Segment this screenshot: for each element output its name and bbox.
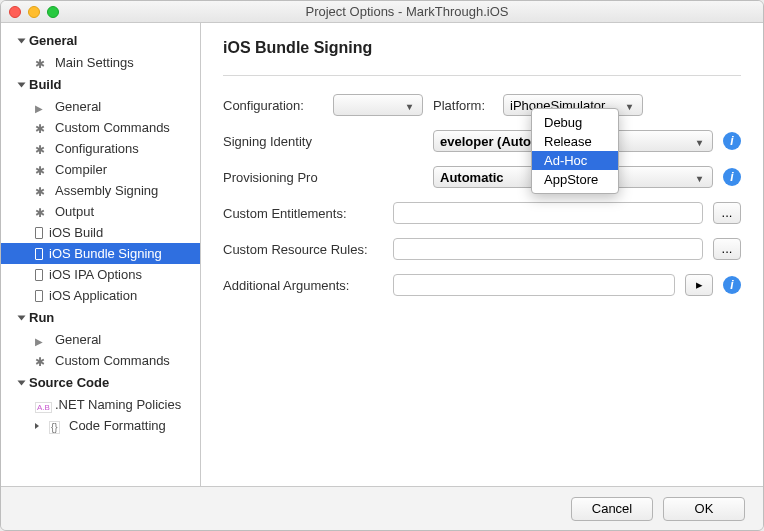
phone-icon: [35, 290, 43, 302]
sidebar-section[interactable]: Source Code: [1, 371, 200, 394]
sidebar-item[interactable]: .NET Naming Policies: [1, 394, 200, 415]
dialog-footer: Cancel OK: [1, 486, 763, 530]
custom-entitlements-input[interactable]: [393, 202, 703, 224]
browse-button[interactable]: ...: [713, 202, 741, 224]
cancel-button[interactable]: Cancel: [571, 497, 653, 521]
content-pane: iOS Bundle Signing Configuration: Platfo…: [201, 23, 763, 486]
sidebar-item[interactable]: iOS Application: [1, 285, 200, 306]
sidebar-item[interactable]: General: [1, 96, 200, 117]
play-icon: [35, 100, 49, 114]
gear-icon: [35, 56, 49, 70]
sidebar-item[interactable]: Output: [1, 201, 200, 222]
sidebar-item[interactable]: Assembly Signing: [1, 180, 200, 201]
sidebar-item-label: Custom Commands: [55, 120, 170, 135]
sidebar-item-label: iOS Bundle Signing: [49, 246, 162, 261]
sidebar-item[interactable]: General: [1, 329, 200, 350]
sidebar-section[interactable]: Build: [1, 73, 200, 96]
sidebar-item[interactable]: iOS Bundle Signing: [1, 243, 200, 264]
sidebar-item-label: General: [55, 332, 101, 347]
configuration-combo[interactable]: [333, 94, 423, 116]
chevron-down-icon: [622, 98, 636, 113]
sidebar-item-label: .NET Naming Policies: [55, 397, 181, 412]
brace-icon: [49, 419, 63, 433]
phone-icon: [35, 269, 43, 281]
sidebar-item[interactable]: iOS Build: [1, 222, 200, 243]
sidebar-item-label: iOS Application: [49, 288, 137, 303]
info-icon[interactable]: i: [723, 276, 741, 294]
chevron-down-icon: [402, 98, 416, 113]
sidebar-item[interactable]: Configurations: [1, 138, 200, 159]
titlebar: Project Options - MarkThrough.iOS: [1, 1, 763, 23]
ok-button[interactable]: OK: [663, 497, 745, 521]
info-icon[interactable]: i: [723, 132, 741, 150]
sidebar-item-label: Custom Commands: [55, 353, 170, 368]
phone-icon: [35, 227, 43, 239]
custom-resource-rules-input[interactable]: [393, 238, 703, 260]
sidebar-item[interactable]: Main Settings: [1, 52, 200, 73]
gear-icon: [35, 142, 49, 156]
divider: [223, 75, 741, 76]
chevron-down-icon: [692, 134, 706, 149]
sidebar-section[interactable]: General: [1, 29, 200, 52]
close-icon[interactable]: [9, 6, 21, 18]
provisioning-profile-label: Provisioning Pro: [223, 170, 423, 185]
play-button[interactable]: ▸: [685, 274, 713, 296]
play-icon: [35, 333, 49, 347]
sidebar-item-label: Main Settings: [55, 55, 134, 70]
custom-resource-rules-label: Custom Resource Rules:: [223, 242, 383, 257]
sidebar-item-label: Assembly Signing: [55, 183, 158, 198]
sidebar-item-label: Compiler: [55, 162, 107, 177]
gear-icon: [35, 205, 49, 219]
additional-arguments-label: Additional Arguments:: [223, 278, 383, 293]
page-heading: iOS Bundle Signing: [223, 39, 741, 57]
sidebar-item[interactable]: Custom Commands: [1, 350, 200, 371]
sidebar-item-label: Output: [55, 204, 94, 219]
additional-arguments-input[interactable]: [393, 274, 675, 296]
dropdown-option[interactable]: AppStore: [532, 170, 618, 189]
sidebar-item-label: iOS Build: [49, 225, 103, 240]
sidebar-item-label: Configurations: [55, 141, 139, 156]
dropdown-option[interactable]: Release: [532, 132, 618, 151]
gear-icon: [35, 184, 49, 198]
browse-button[interactable]: ...: [713, 238, 741, 260]
sidebar-item[interactable]: iOS IPA Options: [1, 264, 200, 285]
gear-icon: [35, 354, 49, 368]
gear-icon: [35, 163, 49, 177]
sidebar-item-label: Code Formatting: [69, 418, 166, 433]
expand-icon: [35, 423, 39, 429]
sidebar-item-label: iOS IPA Options: [49, 267, 142, 282]
configuration-label: Configuration:: [223, 98, 323, 113]
phone-icon: [35, 248, 43, 260]
dropdown-option[interactable]: Ad-Hoc: [532, 151, 618, 170]
sidebar-item[interactable]: Custom Commands: [1, 117, 200, 138]
sidebar: GeneralMain SettingsBuildGeneralCustom C…: [1, 23, 201, 486]
window-title: Project Options - MarkThrough.iOS: [59, 4, 755, 19]
zoom-icon[interactable]: [47, 6, 59, 18]
sidebar-item[interactable]: Compiler: [1, 159, 200, 180]
chevron-down-icon: [692, 170, 706, 185]
platform-label: Platform:: [433, 98, 493, 113]
sidebar-item-label: General: [55, 99, 101, 114]
custom-entitlements-label: Custom Entitlements:: [223, 206, 383, 221]
info-icon[interactable]: i: [723, 168, 741, 186]
configuration-dropdown[interactable]: DebugReleaseAd-HocAppStore: [531, 108, 619, 194]
window-controls: [9, 6, 59, 18]
sidebar-item[interactable]: Code Formatting: [1, 415, 200, 436]
signing-identity-label: Signing Identity: [223, 134, 423, 149]
gear-icon: [35, 121, 49, 135]
ab-icon: [35, 398, 49, 412]
minimize-icon[interactable]: [28, 6, 40, 18]
sidebar-section[interactable]: Run: [1, 306, 200, 329]
dropdown-option[interactable]: Debug: [532, 113, 618, 132]
